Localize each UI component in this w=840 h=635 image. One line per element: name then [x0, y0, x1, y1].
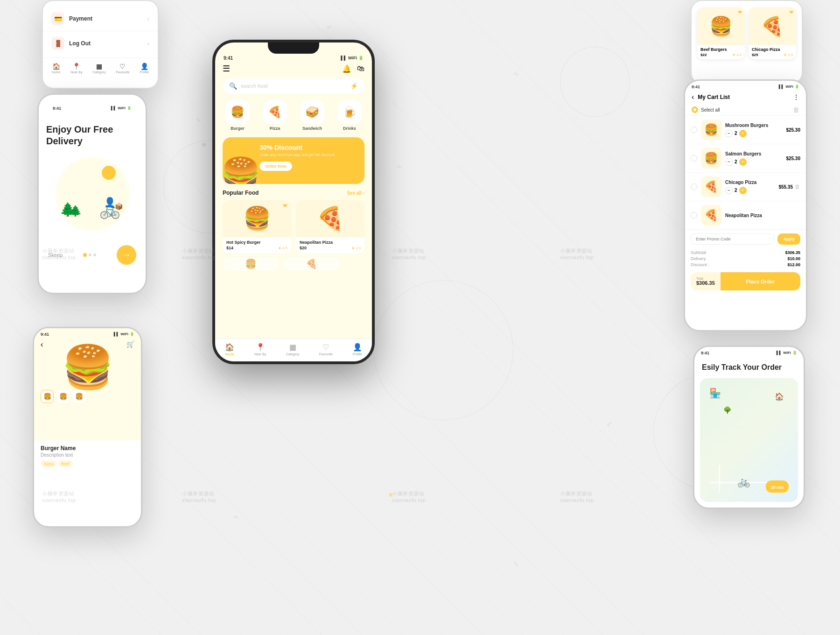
- qty-minus-1[interactable]: −: [725, 130, 733, 137]
- cat-burger[interactable]: 🍔 Burger: [225, 100, 250, 131]
- cat-pizza[interactable]: 🍕 Pizza: [263, 100, 287, 131]
- cart-item-1-image: 🍔: [701, 120, 721, 140]
- favourite-1-icon: ❤: [283, 203, 287, 209]
- free-delivery-title: Enjoy Our Free Delivery: [46, 124, 138, 147]
- qty-control-2: − 2 +: [725, 158, 747, 166]
- cart-status-bar: 9:41 ▌▌WiFi🔋: [685, 81, 806, 91]
- payment-label: Payment: [69, 15, 92, 22]
- select-all-row: Select all 🗑: [685, 104, 806, 116]
- tree-icon: 🌳: [723, 406, 731, 414]
- delete-icon[interactable]: 🗑: [793, 106, 799, 113]
- onboarding-controls: Skeep →: [46, 245, 138, 265]
- cart-checkbox-3[interactable]: [691, 183, 697, 190]
- favourite-2-icon: ♡: [356, 203, 361, 209]
- search-bar[interactable]: 🔍 search food ⚡: [223, 78, 364, 93]
- cat-drinks[interactable]: 🍺 Drinks: [337, 100, 362, 131]
- nav-favourite[interactable]: ♡ Favourite: [116, 63, 129, 74]
- nav-home[interactable]: 🏠 Home: [52, 63, 61, 74]
- nav-center-nearby[interactable]: 📍 Near By: [254, 343, 266, 356]
- cart-item-3: 🍕 Chicago Pizza − 2 + $55.35 🗑: [685, 173, 806, 201]
- apply-button[interactable]: Apply: [777, 233, 800, 245]
- promo-burger-image: 🍔: [223, 158, 261, 184]
- pizza-icon: 🍕: [263, 100, 287, 124]
- qty-plus-3[interactable]: +: [739, 187, 747, 194]
- bell-icon[interactable]: 🔔: [342, 64, 351, 73]
- building-icon-2: 🏠: [775, 392, 784, 401]
- promo-desc: Order any food from app and get the disc…: [259, 153, 358, 157]
- chicago-pizza-card[interactable]: 🍕 ❤ Chicago Pizza $25 ★ 3.9: [749, 7, 796, 59]
- heart-icon-1: ❤: [738, 9, 742, 15]
- center-favourite-icon: ♡: [322, 343, 329, 352]
- cart-back-button[interactable]: ‹: [692, 93, 694, 101]
- nav-center-profile[interactable]: 👤 Profile: [353, 343, 362, 356]
- nav-profile[interactable]: 👤 Profile: [140, 63, 149, 74]
- road-vertical: [719, 465, 720, 493]
- food-card-1-image: 🍔 ❤: [223, 200, 291, 237]
- cart-item-4: 🍕 Neapolitan Pizza: [685, 201, 806, 230]
- nav-category[interactable]: ▦ Category: [92, 63, 105, 74]
- center-bottom-nav: 🏠 Home 📍 Near By ▦ Category ♡ Favourite …: [215, 339, 372, 361]
- cart-item-4-image: 🍕: [701, 205, 721, 226]
- profile-icon: 👤: [140, 63, 148, 70]
- cat-sandwich[interactable]: 🥪 Sandwich: [300, 100, 324, 131]
- search-placeholder: search food: [241, 83, 346, 89]
- qty-plus-1[interactable]: +: [739, 130, 747, 137]
- promo-code-row: Apply: [685, 230, 806, 248]
- payment-icon: 💳: [51, 12, 64, 25]
- filter-icon[interactable]: ⚡: [350, 82, 358, 90]
- right-top-phone: 🍔 ❤ Beef Burgers $22 ★ 4.0 🍕 ❤ Chicago P…: [691, 0, 803, 84]
- categories-row: 🍔 Burger 🍕 Pizza 🥪 Sandwich 🍺 Drinks: [215, 95, 372, 135]
- item-delete-icon[interactable]: 🗑: [795, 183, 800, 190]
- delivery-illustration: 🌲 🌲 🚲 👤 📦: [46, 156, 138, 231]
- food-cards-partial: 🍔 🍕: [215, 257, 372, 273]
- favourite-icon: ♡: [119, 63, 126, 70]
- qty-plus-2[interactable]: +: [739, 158, 747, 166]
- nav-nearby[interactable]: 📍 Near By: [70, 63, 82, 74]
- payment-menu-item[interactable]: 💳 Payment ›: [43, 7, 158, 31]
- right-bottom-phone: 9:41 ▌▌WiFi🔋 Esily Track Your Order 🏪 🏠 …: [693, 346, 805, 509]
- menu-icon[interactable]: ☰: [223, 64, 230, 74]
- nav-center-home[interactable]: 🏠 Home: [225, 343, 234, 356]
- promo-banner: 🍔 30% Discount Order any food from app a…: [223, 137, 364, 184]
- qty-control-3: − 2 +: [725, 187, 747, 194]
- sandwich-icon: 🥪: [300, 100, 324, 124]
- building-icon-1: 🏪: [709, 388, 721, 399]
- cart-item-1: 🍔 Mushroom Burgers − 2 + $25.30: [685, 116, 806, 144]
- center-phone: 9:41 ▌▌WiFi🔋 ☰ 🔔 🛍 🔍 search food ⚡ 🍔 Bur…: [212, 40, 375, 364]
- cart-checkbox-1[interactable]: [691, 127, 697, 133]
- qty-minus-3[interactable]: −: [725, 187, 733, 194]
- select-all-checkbox[interactable]: [692, 106, 698, 113]
- cart-icon[interactable]: 🛒: [126, 340, 134, 349]
- payment-chevron: ›: [147, 15, 149, 22]
- qty-minus-2[interactable]: −: [725, 158, 733, 166]
- dots-indicator: [83, 253, 96, 257]
- bag-icon[interactable]: 🛍: [357, 64, 364, 73]
- place-order-button[interactable]: Place Order: [721, 272, 800, 290]
- promo-code-input[interactable]: [691, 233, 775, 245]
- cart-checkbox-4[interactable]: [691, 212, 697, 219]
- food-card-2-image: 🍕 ♡: [296, 200, 364, 237]
- nav-center-category[interactable]: ▦ Category: [286, 343, 299, 356]
- logout-menu-item[interactable]: 🚪 Log Out ›: [43, 31, 158, 56]
- order-now-button[interactable]: Order Now: [259, 162, 292, 171]
- next-button[interactable]: →: [117, 245, 136, 265]
- cart-checkbox-2[interactable]: [691, 155, 697, 162]
- notch: [268, 42, 319, 54]
- qty-control-1: − 2 +: [725, 130, 747, 137]
- food-grid: 🍔 ❤ Beef Burgers $22 ★ 4.0 🍕 ❤ Chicago P…: [692, 1, 802, 66]
- center-category-icon: ▦: [289, 343, 296, 352]
- back-button[interactable]: ‹: [41, 340, 43, 349]
- food-card-2[interactable]: 🍕 ♡ Neapolitan Pizza $20 ★ 4.3: [296, 200, 364, 253]
- bottom-nav-small: 🏠 Home 📍 Near By ▦ Category ♡ Favourite …: [43, 57, 158, 78]
- cart-more-icon[interactable]: ⋮: [793, 93, 799, 101]
- see-all-link[interactable]: See all ›: [347, 190, 364, 196]
- food-card-1[interactable]: 🍔 ❤ Hot Spicy Burger $14 ★ 4.5: [223, 200, 291, 253]
- beef-burger-card[interactable]: 🍔 ❤ Beef Burgers $22 ★ 4.0: [697, 7, 745, 59]
- nav-center-favourite[interactable]: ♡ Favourite: [319, 343, 333, 356]
- popular-title: Popular Food: [223, 190, 259, 196]
- burger-detail-info: Burger Name Description text Spicy Beef: [34, 440, 141, 472]
- track-status-bar: 9:41 ▌▌WiFi🔋: [694, 347, 804, 357]
- cart-item-2: 🍔 Salmon Burgers − 2 + $25.30: [685, 144, 806, 173]
- logout-label: Log Out: [69, 40, 91, 47]
- status-bar-left-bottom: 9:41 ▌▌WiFi🔋: [34, 328, 141, 339]
